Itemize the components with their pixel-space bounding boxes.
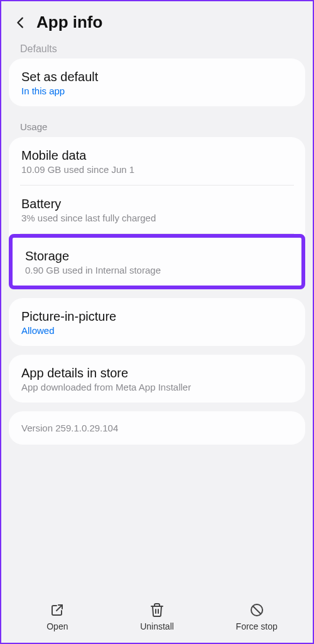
svg-line-1: [253, 606, 261, 614]
storage-item[interactable]: Storage 0.90 GB used in Internal storage: [13, 238, 301, 286]
uninstall-button[interactable]: Uninstall: [107, 602, 207, 631]
open-label: Open: [46, 621, 68, 631]
section-defaults-label: Defaults: [9, 40, 305, 58]
force-stop-label: Force stop: [236, 621, 278, 631]
mobile-data-sub: 10.09 GB used since Jun 1: [21, 164, 293, 175]
section-usage-label: Usage: [9, 115, 305, 137]
pip-title: Picture-in-picture: [21, 309, 293, 324]
set-as-default-sub: In this app: [21, 86, 293, 96]
stop-icon: [249, 602, 264, 618]
open-icon: [50, 602, 65, 618]
version-card: Version 259.1.0.29.104: [9, 411, 305, 445]
mobile-data-item[interactable]: Mobile data 10.09 GB used since Jun 1: [9, 137, 305, 185]
force-stop-button[interactable]: Force stop: [207, 602, 306, 631]
store-card: App details in store App downloaded from…: [9, 355, 305, 402]
page-title: App info: [36, 13, 102, 32]
store-item[interactable]: App details in store App downloaded from…: [9, 355, 305, 402]
storage-title: Storage: [25, 249, 289, 264]
battery-sub: 3% used since last fully charged: [21, 213, 293, 223]
battery-item[interactable]: Battery 3% used since last fully charged: [9, 186, 305, 233]
battery-title: Battery: [21, 197, 293, 211]
store-sub: App downloaded from Meta App Installer: [21, 382, 293, 392]
usage-card: Mobile data 10.09 GB used since Jun 1 Ba…: [9, 137, 305, 289]
open-button[interactable]: Open: [8, 602, 107, 631]
storage-highlight: Storage 0.90 GB used in Internal storage: [9, 234, 305, 289]
set-as-default-title: Set as default: [21, 70, 293, 84]
store-title: App details in store: [21, 366, 293, 380]
defaults-card: Set as default In this app: [9, 58, 305, 106]
pip-sub: Allowed: [21, 325, 293, 336]
pip-card: Picture-in-picture Allowed: [9, 298, 305, 346]
mobile-data-title: Mobile data: [21, 148, 293, 163]
storage-sub: 0.90 GB used in Internal storage: [25, 265, 289, 275]
back-icon[interactable]: [14, 16, 28, 30]
bottom-bar: Open Uninstall Force stop: [1, 594, 313, 643]
set-as-default-item[interactable]: Set as default In this app: [9, 58, 305, 106]
pip-item[interactable]: Picture-in-picture Allowed: [9, 298, 305, 346]
uninstall-label: Uninstall: [140, 621, 174, 631]
header: App info: [1, 1, 313, 40]
version-text: Version 259.1.0.29.104: [21, 423, 293, 433]
content-scroll[interactable]: Defaults Set as default In this app Usag…: [1, 40, 313, 594]
trash-icon: [149, 602, 165, 618]
